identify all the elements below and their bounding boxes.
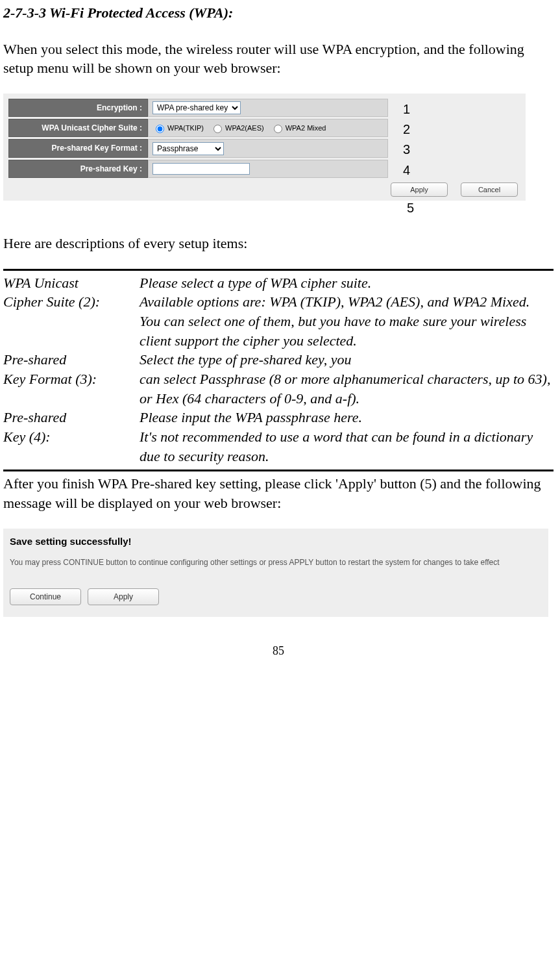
desc-right: Please select a type of WPA cipher suite…	[140, 275, 371, 291]
config-button-row: Apply Cancel	[8, 180, 520, 197]
page-number: 85	[3, 643, 554, 658]
radio-wpa2-mixed[interactable]: WPA2 Mixed	[271, 123, 326, 133]
annot-2: 2	[403, 121, 410, 138]
cancel-button[interactable]: Cancel	[461, 182, 518, 197]
mid-paragraph: Here are descriptions of every setup ite…	[3, 234, 554, 253]
annot-5: 5	[3, 199, 526, 217]
save-message: You may press CONTINUE button to continu…	[10, 557, 542, 568]
save-button-row: Continue Apply	[10, 588, 542, 605]
table-row: Key Format (3): can select Passphrase (8…	[3, 370, 554, 408]
config-row-key-format: Pre-shared Key Format : Passphrase 3	[8, 139, 520, 157]
desc-right: It's not recommended to use a word that …	[140, 429, 533, 464]
desc-right: can select Passphrase (8 or more alphanu…	[140, 371, 550, 407]
save-title: Save setting successfully!	[10, 535, 542, 548]
desc-left: WPA Unicast	[3, 275, 79, 291]
radio-input-mixed[interactable]	[274, 125, 282, 133]
desc-right: Please input the WPA passphrase here.	[140, 409, 362, 425]
table-row: Pre-shared Select the type of pre-shared…	[3, 350, 554, 370]
after-paragraph: After you finish WPA Pre-shared key sett…	[3, 474, 554, 512]
value-cipher: WPA(TKIP) WPA2(AES) WPA2 Mixed	[148, 119, 388, 137]
label-encryption: Encryption :	[8, 99, 148, 117]
section-title: 2-7-3-3 Wi-Fi Protected Access (WPA):	[3, 3, 554, 23]
annot-3: 3	[403, 141, 410, 158]
label-cipher: WPA Unicast Cipher Suite :	[8, 119, 148, 137]
radio-wpa-tkip[interactable]: WPA(TKIP)	[152, 123, 204, 133]
apply-button-2[interactable]: Apply	[88, 588, 159, 605]
desc-left: Key Format (3):	[3, 371, 97, 387]
config-row-key: Pre-shared Key : 4	[8, 160, 520, 178]
description-table: WPA Unicast Please select a type of WPA …	[3, 273, 554, 466]
intro-paragraph: When you select this mode, the wireless …	[3, 40, 554, 78]
rule-bottom	[3, 470, 554, 471]
desc-left: Key (4):	[3, 429, 51, 445]
apply-button[interactable]: Apply	[391, 182, 448, 197]
table-row: Cipher Suite (2): Available options are:…	[3, 292, 554, 350]
preshared-key-input[interactable]	[152, 163, 250, 175]
table-row: WPA Unicast Please select a type of WPA …	[3, 273, 554, 293]
radio-wpa2-aes[interactable]: WPA2(AES)	[210, 123, 264, 133]
radio-input-tkip[interactable]	[156, 125, 164, 133]
table-row: Key (4): It's not recommended to use a w…	[3, 427, 554, 466]
value-encryption: WPA pre-shared key	[148, 99, 388, 117]
save-success-panel: Save setting successfully! You may press…	[3, 529, 548, 617]
desc-left: Cipher Suite (2):	[3, 294, 100, 310]
radio-label-aes: WPA2(AES)	[225, 123, 264, 133]
table-row: Pre-shared Please input the WPA passphra…	[3, 408, 554, 427]
encryption-select[interactable]: WPA pre-shared key	[152, 101, 241, 114]
value-key	[148, 160, 388, 178]
value-key-format: Passphrase	[148, 139, 388, 157]
label-key-format: Pre-shared Key Format :	[8, 139, 148, 157]
key-format-select[interactable]: Passphrase	[152, 142, 224, 155]
desc-right: Select the type of pre-shared key, you	[140, 351, 351, 368]
desc-right: Available options are: WPA (TKIP), WPA2 …	[140, 294, 530, 348]
annot-1: 1	[403, 101, 410, 118]
continue-button[interactable]: Continue	[10, 588, 81, 605]
radio-input-aes[interactable]	[213, 125, 222, 133]
label-key: Pre-shared Key :	[8, 160, 148, 178]
config-row-encryption: Encryption : WPA pre-shared key 1	[8, 99, 520, 117]
desc-left: Pre-shared	[3, 409, 66, 425]
rule-top	[3, 269, 554, 271]
annot-4: 4	[403, 162, 410, 179]
desc-left: Pre-shared	[3, 351, 66, 368]
wpa-config-panel: Encryption : WPA pre-shared key 1 WPA Un…	[3, 94, 526, 201]
radio-label-tkip: WPA(TKIP)	[167, 123, 204, 133]
radio-label-mixed: WPA2 Mixed	[286, 123, 326, 133]
config-row-cipher: WPA Unicast Cipher Suite : WPA(TKIP) WPA…	[8, 119, 520, 137]
